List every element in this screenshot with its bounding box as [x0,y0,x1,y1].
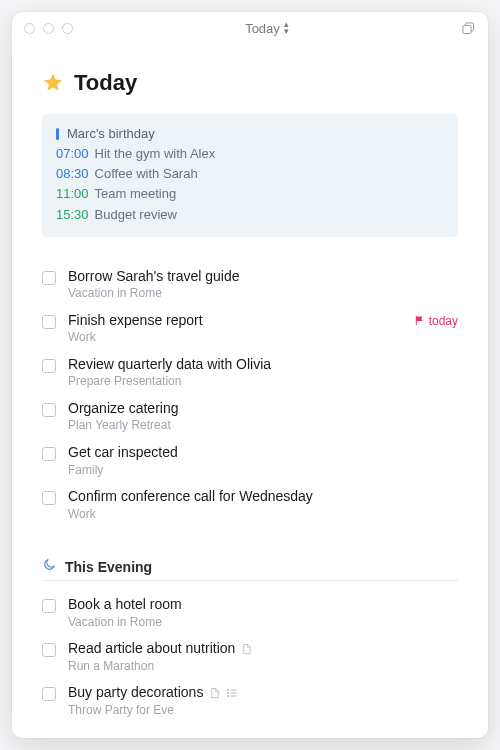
minimize-window-button[interactable] [43,23,54,34]
evening-title: This Evening [65,559,152,575]
task-body: Buy party decorations Throw Party for Ev… [68,684,458,718]
task-row[interactable]: Borrow Sarah's travel guide Vacation in … [42,263,458,307]
task-checkbox[interactable] [42,403,56,417]
traffic-lights [24,23,73,34]
task-checkbox[interactable] [42,687,56,701]
calendar-events[interactable]: Marc's birthday 07:00 Hit the gym with A… [42,114,458,237]
content-scroll[interactable]: Today Marc's birthday 07:00 Hit the gym … [12,44,488,738]
chevron-updown-icon: ▴▾ [284,21,289,35]
today-task-list: Borrow Sarah's travel guide Vacation in … [42,263,458,528]
task-row[interactable]: Buy party decorations Throw Party for Ev… [42,679,458,723]
task-checkbox[interactable] [42,447,56,461]
task-project: Vacation in Rome [68,286,458,302]
calendar-event-row: 07:00 Hit the gym with Alex [56,144,444,164]
task-row[interactable]: Book a hotel room Vacation in Rome [42,591,458,635]
evening-section: This Evening Book a hotel room Vacation … [42,557,458,723]
task-title: Review quarterly data with Olivia [68,356,271,374]
task-title: Finish expense report [68,312,203,330]
task-deadline: today [414,314,458,328]
task-title: Organize catering [68,400,179,418]
task-checkbox[interactable] [42,271,56,285]
calendar-event-text: Coffee with Sarah [95,164,198,184]
calendar-time: 11:00 [56,184,89,204]
task-row[interactable]: Finish expense report Work today [42,307,458,351]
task-project: Work [68,507,458,523]
task-body: Organize catering Plan Yearly Retreat [68,400,458,434]
task-title: Borrow Sarah's travel guide [68,268,240,286]
task-row[interactable]: Review quarterly data with Olivia Prepar… [42,351,458,395]
calendar-event-row: 11:00 Team meeting [56,184,444,204]
task-project: Prepare Presentation [68,374,458,390]
app-window: Today ▴▾ Today Marc's birthday 0 [12,12,488,738]
evening-header[interactable]: This Evening [42,557,458,581]
calendar-event-text: Team meeting [95,184,177,204]
task-deadline-label: today [429,314,458,328]
allday-bar-icon [56,128,59,140]
task-title: Book a hotel room [68,596,182,614]
calendar-event-row: 15:30 Budget review [56,205,444,225]
task-body: Review quarterly data with Olivia Prepar… [68,356,458,390]
close-window-button[interactable] [24,23,35,34]
task-checkbox[interactable] [42,643,56,657]
task-title: Buy party decorations [68,684,203,702]
titlebar: Today ▴▾ [12,12,488,44]
task-project: Run a Marathon [68,659,458,675]
task-checkbox[interactable] [42,491,56,505]
moon-icon [42,557,57,576]
task-project: Work [68,330,402,346]
titlebar-list-picker[interactable]: Today ▴▾ [245,21,289,36]
task-checkbox[interactable] [42,315,56,329]
titlebar-title: Today [245,21,280,36]
task-checkbox[interactable] [42,599,56,613]
task-project: Plan Yearly Retreat [68,418,458,434]
svg-point-7 [228,695,230,697]
checklist-icon [226,687,238,699]
task-body: Get car inspected Family [68,444,458,478]
task-project: Throw Party for Eve [68,703,458,719]
zoom-window-button[interactable] [62,23,73,34]
task-body: Finish expense report Work [68,312,402,346]
calendar-time: 08:30 [56,164,89,184]
flag-icon [414,315,425,326]
task-title: Read article about nutrition [68,640,235,658]
calendar-allday-row: Marc's birthday [56,124,444,144]
multiwindow-button[interactable] [461,21,476,36]
calendar-allday-text: Marc's birthday [67,124,155,144]
page-title: Today [74,70,137,96]
task-project: Family [68,463,458,479]
calendar-time: 07:00 [56,144,89,164]
calendar-event-row: 08:30 Coffee with Sarah [56,164,444,184]
calendar-event-text: Hit the gym with Alex [95,144,216,164]
task-body: Book a hotel room Vacation in Rome [68,596,458,630]
task-row[interactable]: Get car inspected Family [42,439,458,483]
task-body: Borrow Sarah's travel guide Vacation in … [68,268,458,302]
calendar-event-text: Budget review [95,205,177,225]
svg-point-6 [228,692,230,694]
evening-task-list: Book a hotel room Vacation in Rome Read … [42,591,458,723]
task-title: Confirm conference call for Wednesday [68,488,313,506]
task-body: Read article about nutrition Run a Marat… [68,640,458,674]
note-icon [241,643,252,655]
svg-rect-1 [463,25,471,33]
task-project: Vacation in Rome [68,615,458,631]
task-body: Confirm conference call for Wednesday Wo… [68,488,458,522]
task-title: Get car inspected [68,444,178,462]
svg-point-5 [228,689,230,691]
page-header: Today [42,70,458,96]
calendar-time: 15:30 [56,205,89,225]
task-row[interactable]: Read article about nutrition Run a Marat… [42,635,458,679]
note-icon [209,687,220,699]
task-row[interactable]: Confirm conference call for Wednesday Wo… [42,483,458,527]
star-icon [42,72,64,94]
task-row[interactable]: Organize catering Plan Yearly Retreat [42,395,458,439]
task-checkbox[interactable] [42,359,56,373]
